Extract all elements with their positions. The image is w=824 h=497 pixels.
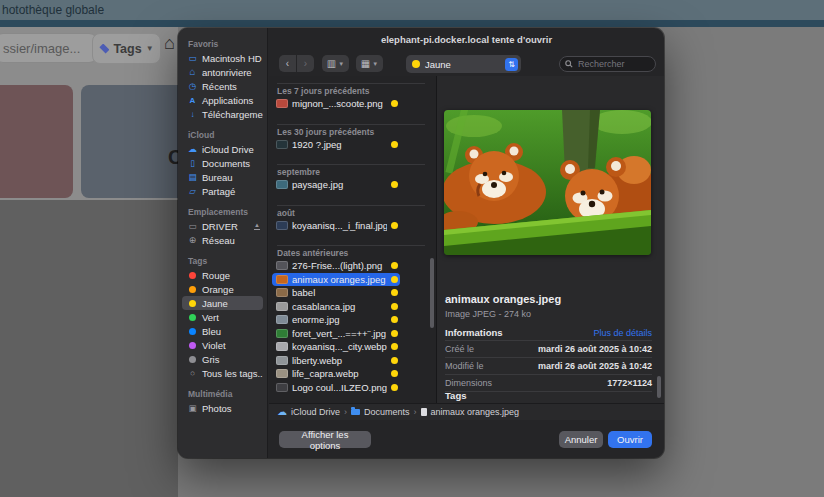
tag-icon bbox=[99, 44, 109, 54]
file-row-koyaanis-final[interactable]: koyaanisq..._i_final.jpg bbox=[272, 219, 400, 233]
yellow-tag-dot-icon bbox=[391, 316, 398, 323]
file-name: 276-Frise...(light).png bbox=[292, 260, 387, 271]
file-row-foret-vert[interactable]: foret_vert_...==++¨.jpg bbox=[272, 327, 400, 341]
violet-tag-dot-icon bbox=[189, 342, 196, 349]
back-button[interactable]: ‹ bbox=[279, 55, 296, 72]
preview-info-table: Informations Plus de détails Créé le mar… bbox=[445, 325, 652, 392]
file-list-scrollbar[interactable] bbox=[430, 258, 434, 328]
breadcrumb-documents[interactable]: Documents bbox=[364, 407, 410, 417]
sidebar-item-telechargements[interactable]: Téléchargemen... bbox=[182, 107, 263, 121]
page-search-input[interactable] bbox=[0, 33, 98, 63]
file-row-1920[interactable]: 1920 ?.jpeg bbox=[272, 138, 400, 152]
sidebar-item-tag-jaune[interactable]: Jaune bbox=[182, 296, 263, 310]
yellow-tag-dot-icon bbox=[391, 262, 398, 269]
file-row-babel[interactable]: babel bbox=[272, 286, 400, 300]
file-row-enorme[interactable]: enorme.jpg bbox=[272, 313, 400, 327]
file-thumbnail-icon bbox=[276, 369, 288, 378]
path-bar: ☁ iCloud Drive › Documents › animaux ora… bbox=[269, 403, 664, 420]
blue-tag-dot-icon bbox=[189, 328, 196, 335]
file-thumbnail-icon bbox=[276, 221, 288, 230]
dialog-footer: Afficher les options Annuler Ouvrir bbox=[269, 420, 664, 458]
sidebar-item-icloud-drive[interactable]: iCloud Drive bbox=[182, 142, 263, 156]
breadcrumb-icloud-drive[interactable]: iCloud Drive bbox=[291, 407, 340, 417]
sidebar-section-emplacements: Emplacements bbox=[188, 207, 267, 217]
preview-pane: animaux oranges.jpeg Image JPEG - 274 ko… bbox=[437, 76, 664, 404]
sidebar-item-driver[interactable]: DRIVER ▲ bbox=[182, 219, 263, 233]
sidebar-item-bureau[interactable]: Bureau bbox=[182, 170, 263, 184]
sidebar-item-applications[interactable]: Applications bbox=[182, 93, 263, 107]
file-name: life_capra.webp bbox=[292, 368, 387, 379]
file-row-koyaanis-city[interactable]: koyaanisq..._city.webp bbox=[272, 340, 400, 354]
file-row-animaux-oranges-selected[interactable]: animaux oranges.jpeg bbox=[272, 273, 400, 287]
file-name: koyaanisq..._i_final.jpg bbox=[292, 220, 387, 231]
sidebar-item-partage[interactable]: Partagé bbox=[182, 184, 263, 198]
sidebar-item-label: antonriviere bbox=[202, 67, 252, 78]
screen: hotothèque globale Tags ▼ ⌂ C Favoris Ma… bbox=[0, 0, 824, 497]
file-list-section: août koyaanisq..._i_final.jpg bbox=[269, 205, 436, 233]
forward-button[interactable]: › bbox=[297, 55, 314, 72]
page-tags-button[interactable]: Tags ▼ bbox=[92, 33, 161, 64]
info-row-dimensions: Dimensions 1772×1124 bbox=[445, 375, 652, 392]
sidebar-item-antonriviere[interactable]: antonriviere bbox=[182, 65, 263, 79]
file-row-liberty[interactable]: liberty.webp bbox=[272, 354, 400, 368]
breadcrumb-file[interactable]: animaux oranges.jpeg bbox=[431, 407, 520, 417]
download-icon bbox=[187, 109, 198, 120]
sidebar-item-photos[interactable]: Photos bbox=[182, 401, 263, 415]
sidebar-item-documents[interactable]: Documents bbox=[182, 156, 263, 170]
sidebar-item-tag-rouge[interactable]: Rouge bbox=[182, 268, 263, 282]
more-details-link[interactable]: Plus de détails bbox=[593, 328, 652, 338]
sidebar-item-tous-les-tags[interactable]: Tous les tags... bbox=[182, 366, 263, 380]
yellow-tag-dot-icon bbox=[391, 100, 398, 107]
cancel-button[interactable]: Annuler bbox=[559, 431, 603, 448]
info-row-modified: Modifié le mardi 26 août 2025 à 10:42 bbox=[445, 358, 652, 375]
show-options-button[interactable]: Afficher les options bbox=[279, 431, 371, 448]
sidebar-item-label: Rouge bbox=[202, 270, 230, 281]
column-view-button[interactable]: ▥ ▼ bbox=[322, 55, 349, 72]
file-name: foret_vert_...==++¨.jpg bbox=[292, 328, 387, 339]
page-header-strip bbox=[0, 20, 824, 27]
eject-icon[interactable]: ▲ bbox=[254, 223, 260, 230]
sidebar-item-tag-gris[interactable]: Gris bbox=[182, 352, 263, 366]
sidebar-item-tag-bleu[interactable]: Bleu bbox=[182, 324, 263, 338]
file-row-casablanca[interactable]: casablanca.jpg bbox=[272, 300, 400, 314]
open-button[interactable]: Ouvrir bbox=[608, 431, 652, 448]
file-row-life-capra[interactable]: life_capra.webp bbox=[272, 367, 400, 381]
sidebar-item-tag-violet[interactable]: Violet bbox=[182, 338, 263, 352]
sidebar-item-label: iCloud Drive bbox=[202, 144, 254, 155]
search-icon bbox=[565, 60, 573, 68]
yellow-tag-dot-icon bbox=[391, 343, 398, 350]
preview-filename: animaux oranges.jpeg bbox=[445, 293, 561, 305]
file-thumbnail-icon bbox=[276, 302, 288, 311]
icon-view-button[interactable]: ▦ ▼ bbox=[356, 55, 383, 72]
sidebar-item-recents[interactable]: Récents bbox=[182, 79, 263, 93]
section-header: août bbox=[277, 205, 425, 218]
sidebar-item-tag-orange[interactable]: Orange bbox=[182, 282, 263, 296]
info-label: Modifié le bbox=[445, 361, 538, 371]
photos-icon bbox=[187, 403, 198, 413]
preview-file-meta: Image JPEG - 274 ko bbox=[445, 309, 531, 319]
photo-card-red[interactable] bbox=[0, 85, 73, 198]
sidebar-item-reseau[interactable]: Réseau bbox=[182, 233, 263, 247]
file-thumbnail-icon bbox=[276, 180, 288, 189]
dialog-search-input[interactable] bbox=[576, 58, 650, 70]
popup-stepper-icon: ⇅ bbox=[505, 58, 518, 71]
file-row-logo[interactable]: Logo coul...ILZEO.png bbox=[272, 381, 400, 395]
home-icon[interactable]: ⌂ bbox=[164, 33, 175, 54]
sidebar-item-macintosh-hd[interactable]: Macintosh HD bbox=[182, 51, 263, 65]
cloud-icon: ☁ bbox=[277, 408, 287, 416]
green-tag-dot-icon bbox=[189, 314, 196, 321]
file-thumbnail-icon bbox=[276, 261, 288, 270]
chevron-right-icon: › bbox=[344, 407, 347, 417]
sidebar-item-tag-vert[interactable]: Vert bbox=[182, 310, 263, 324]
page-content-area bbox=[0, 200, 178, 497]
preview-scrollbar[interactable] bbox=[657, 376, 661, 398]
cloud-icon bbox=[187, 144, 198, 154]
document-icon bbox=[187, 158, 198, 168]
tag-filter-popup[interactable]: Jaune ⇅ bbox=[406, 55, 521, 73]
preview-info-header: Informations Plus de détails bbox=[445, 325, 652, 341]
file-row-276-frise[interactable]: 276-Frise...(light).png bbox=[272, 259, 400, 273]
file-row-paysage[interactable]: paysage.jpg bbox=[272, 178, 400, 192]
dialog-search-field[interactable] bbox=[559, 56, 656, 72]
yellow-tag-dot-icon bbox=[391, 289, 398, 296]
file-row-mignon[interactable]: mignon_...scoote.png bbox=[272, 97, 400, 111]
